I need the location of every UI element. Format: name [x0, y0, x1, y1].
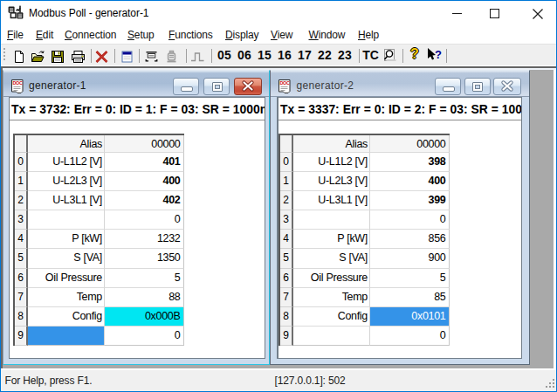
- svg-text:?: ?: [435, 48, 442, 61]
- svg-text:DOC: DOC: [12, 80, 22, 86]
- svg-text:DOC: DOC: [280, 80, 290, 86]
